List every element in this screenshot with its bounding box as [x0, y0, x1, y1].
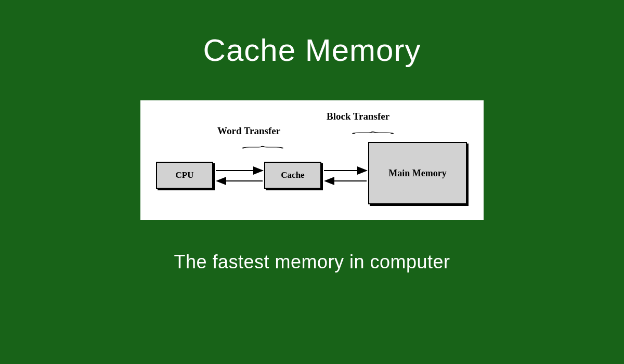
brace-icon: ⏞ — [352, 131, 394, 142]
brace-icon: ⏞ — [242, 145, 283, 157]
word-transfer-label: Word Transfer — [217, 125, 280, 137]
block-transfer-label: Block Transfer — [327, 111, 389, 122]
cache-block: Cache — [264, 162, 321, 189]
page-title: Cache Memory — [203, 32, 421, 68]
main-memory-block: Main Memory — [368, 142, 467, 204]
page-subtitle: The fastest memory in computer — [174, 251, 450, 273]
diagram-panel: Word Transfer Block Transfer ⏞ ⏞ CPU Cac… — [140, 100, 484, 220]
cpu-block: CPU — [156, 162, 213, 189]
